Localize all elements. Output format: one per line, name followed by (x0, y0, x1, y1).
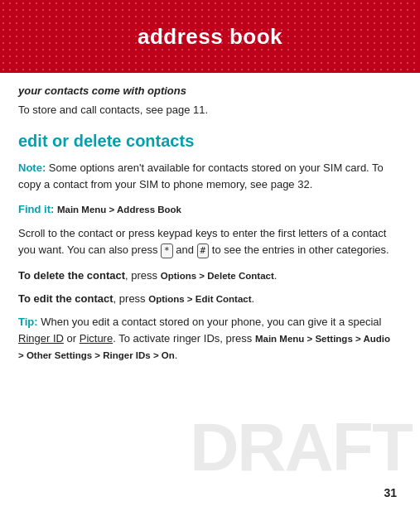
tip-text-before: When you edit a contact stored on your p… (38, 316, 382, 328)
find-block: Find it: Main Menu > Address Book (18, 201, 397, 218)
delete-action-label: To delete the contact (18, 269, 125, 282)
note-text: Some options aren't available for contac… (18, 161, 384, 190)
note-block: Note: Some options aren't available for … (18, 160, 397, 193)
subtitle: your contacts come with options (18, 84, 397, 97)
delete-action-text-after: . (274, 269, 278, 282)
section-title: edit or delete contacts (18, 130, 397, 152)
tip-text-after: . To activate ringer IDs, press (113, 332, 255, 345)
scroll-text-after: to see the entries in other categories. (209, 243, 389, 256)
tip-picture: Picture (80, 332, 113, 345)
edit-action-menu: Options > Edit Contact (148, 294, 251, 304)
page-header: address book (0, 0, 420, 73)
delete-action-block: To delete the contact, press Options > D… (18, 268, 397, 284)
page-title: address book (138, 24, 282, 50)
tip-ringer-id: Ringer ID (18, 332, 64, 345)
delete-action-text-before: , press (125, 269, 161, 282)
edit-action-text-before: , press (113, 292, 149, 305)
note-label: Note: (18, 161, 46, 174)
tip-block: Tip: When you edit a contact stored on y… (18, 314, 397, 364)
main-content: your contacts come with options To store… (0, 73, 420, 383)
edit-action-label: To edit the contact (18, 292, 113, 305)
page-number: 31 (384, 486, 397, 499)
draft-watermark: DRAFT (190, 408, 412, 486)
tip-text-end: . (175, 349, 178, 361)
tip-label: Tip: (18, 316, 38, 328)
tip-text-mid: or (64, 332, 80, 345)
scroll-text-mid: and (173, 243, 197, 256)
find-label: Find it: (18, 203, 54, 215)
edit-action-text-after: . (252, 292, 255, 305)
intro-text: To store and call contacts, see page 11. (18, 102, 397, 118)
delete-action-menu: Options > Delete Contact (161, 271, 274, 281)
key-hash: # (197, 243, 210, 258)
key-star: * (161, 243, 173, 258)
edit-action-block: To edit the contact, press Options > Edi… (18, 291, 397, 307)
find-path: Main Menu > Address Book (57, 205, 181, 215)
scroll-block: Scroll to the contact or press keypad ke… (18, 225, 397, 258)
